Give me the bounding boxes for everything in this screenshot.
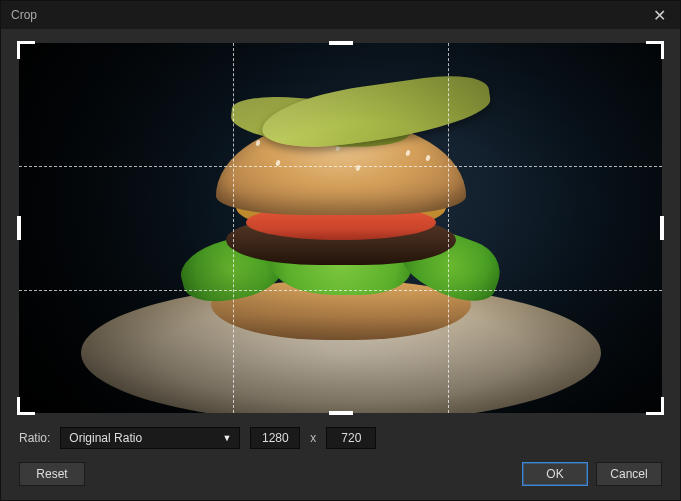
crop-handle-top-right[interactable] xyxy=(646,41,664,59)
titlebar: Crop ✕ xyxy=(1,1,680,29)
chevron-down-icon: ▼ xyxy=(222,433,231,443)
crop-handle-top[interactable] xyxy=(329,41,353,45)
width-input[interactable]: 1280 xyxy=(250,427,300,449)
cancel-button[interactable]: Cancel xyxy=(596,462,662,486)
reset-button[interactable]: Reset xyxy=(19,462,85,486)
dimension-separator: x xyxy=(310,431,316,445)
crop-handle-bottom-left[interactable] xyxy=(17,397,35,415)
ratio-selected-value: Original Ratio xyxy=(69,431,142,445)
dialog-title: Crop xyxy=(11,8,37,22)
crop-dialog: Crop ✕ xyxy=(0,0,681,501)
crop-handle-bottom-right[interactable] xyxy=(646,397,664,415)
crop-handle-right[interactable] xyxy=(660,216,664,240)
crop-handle-left[interactable] xyxy=(17,216,21,240)
crop-handle-bottom[interactable] xyxy=(329,411,353,415)
height-input[interactable]: 720 xyxy=(326,427,376,449)
controls-row: Ratio: Original Ratio ▼ 1280 x 720 xyxy=(1,421,680,449)
footer: Reset OK Cancel xyxy=(1,450,680,500)
close-icon[interactable]: ✕ xyxy=(649,6,670,25)
ratio-label: Ratio: xyxy=(19,431,50,445)
crop-handle-top-left[interactable] xyxy=(17,41,35,59)
ratio-select[interactable]: Original Ratio ▼ xyxy=(60,427,240,449)
preview-image xyxy=(19,43,662,413)
ok-button[interactable]: OK xyxy=(522,462,588,486)
crop-preview[interactable] xyxy=(19,43,662,413)
